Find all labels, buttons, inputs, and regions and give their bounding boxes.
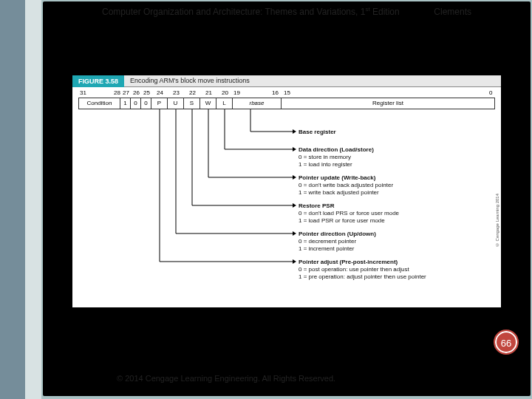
desc-dir-1: 1 = load into register (299, 161, 352, 168)
bit-24: 24 (157, 89, 163, 96)
bit-20: 20 (222, 89, 228, 96)
book-title-pre: Computer Organization and Architecture: … (102, 7, 365, 17)
bit-0: 0 (489, 89, 492, 96)
desc-base: Base register (299, 129, 336, 136)
desc-upd-title: Pointer update (Write-back) (299, 174, 375, 182)
cell-U: U (168, 98, 184, 109)
desc-adj-1: 1 = pre operation: adjust pointer then u… (299, 273, 426, 281)
cell-S: S (184, 98, 200, 109)
slide-header: Computer Organization and Architecture: … (43, 6, 531, 17)
bit-27: 27 (123, 89, 129, 96)
cell-1: 1 (120, 98, 131, 109)
desc-adj-0: 0 = post operation: use pointer then adj… (299, 266, 409, 273)
bit-31: 31 (80, 89, 86, 96)
figure-box: FIGURE 3.58 Encoding ARM's block move in… (72, 75, 501, 307)
arrowhead-icon (293, 175, 296, 180)
figure-title-bar: FIGURE 3.58 Encoding ARM's block move in… (72, 75, 501, 87)
desc-dir-title: Data direction (Load/store) (299, 146, 374, 154)
desc-adj-title: Pointer adjust (Pre-post-increment) (299, 259, 398, 266)
desc-dir-0: 0 = store in memory (299, 154, 351, 161)
arrowhead-icon (293, 129, 296, 134)
desc-psr-0: 0 = don't load PRS or force user mode (299, 210, 399, 217)
bit-26: 26 (133, 89, 140, 96)
author-name: Clements (434, 7, 471, 17)
bit-positions: 31 28 27 26 25 24 23 22 21 20 19 16 15 0 (78, 89, 495, 97)
side-credit: © Cengage Learning 2014 (495, 194, 499, 247)
cell-L: L (216, 98, 233, 109)
bit-28: 28 (114, 89, 120, 96)
cell-condition: Condition (79, 98, 120, 109)
arrowhead-icon (293, 259, 296, 264)
bit-23: 23 (173, 89, 180, 96)
arrowhead-icon (293, 147, 296, 151)
cell-0b: 0 (141, 98, 151, 109)
desc-ud-1: 1 = increment pointer (299, 245, 354, 253)
bit-25: 25 (143, 89, 150, 96)
bit-16: 16 (272, 89, 279, 96)
bit-21: 21 (205, 89, 212, 96)
cell-W: W (200, 98, 216, 109)
desc-ud-title: Pointer direction (Up/down) (299, 231, 376, 238)
slide-body: Computer Organization and Architecture: … (43, 1, 531, 396)
cell-P: P (151, 98, 168, 109)
encoding-table: Condition 1 0 0 P U S W L rbase Register… (78, 98, 495, 109)
desc-psr-1: 1 = load PSR or force user mode (299, 217, 385, 225)
desc-ud-0: 0 = decrement pointer (299, 238, 356, 245)
connector-lines (78, 109, 495, 301)
arrowhead-icon (293, 231, 296, 236)
desc-upd-0: 0 = don't write back adjusted pointer (299, 182, 393, 189)
bit-19: 19 (233, 89, 240, 96)
figure-label: FIGURE 3.58 (72, 75, 124, 87)
cell-0a: 0 (131, 98, 141, 109)
bit-15: 15 (284, 89, 290, 96)
desc-upd-1: 1 = write back adjusted pointer (299, 189, 379, 197)
arrowhead-icon (293, 203, 296, 208)
footer-copyright: © 2014 Cengage Learning Engineering. All… (117, 374, 335, 383)
desc-psr-title: Restore PSR (299, 202, 334, 210)
bit-22: 22 (189, 89, 196, 96)
figure-caption: Encoding ARM's block move instructions (130, 77, 250, 84)
book-title-post: Edition (370, 7, 400, 17)
page-number-badge: 66 (494, 330, 519, 355)
sidebar-decoration (0, 0, 41, 399)
cell-rbase: rbase (233, 98, 282, 109)
cell-reglist: Register list (282, 98, 494, 109)
connector-area: Base register Data direction (Load/store… (78, 109, 495, 301)
